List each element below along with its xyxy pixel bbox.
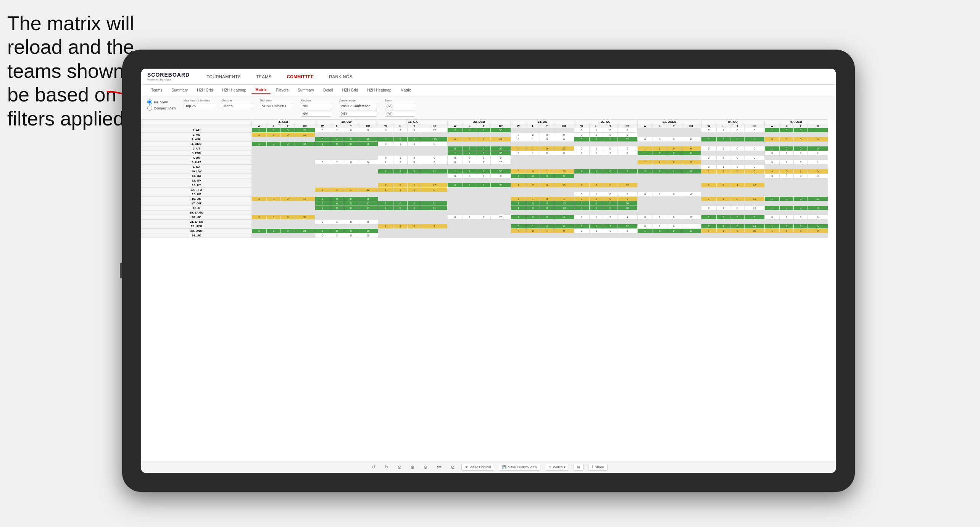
- matrix-cell[interactable]: 0: [745, 128, 765, 133]
- matrix-cell[interactable]: [603, 142, 617, 146]
- matrix-cell[interactable]: [716, 188, 730, 192]
- matrix-cell[interactable]: [794, 201, 808, 206]
- matrix-cell[interactable]: [281, 156, 295, 160]
- matrix-cell[interactable]: [511, 156, 526, 160]
- more-button[interactable]: •••: [434, 464, 444, 471]
- matrix-cell[interactable]: 0: [540, 174, 554, 178]
- matrix-cell[interactable]: 11: [745, 197, 765, 201]
- matrix-cell[interactable]: 1: [716, 229, 730, 233]
- matrix-cell[interactable]: [637, 174, 653, 178]
- matrix-cell[interactable]: 0: [554, 137, 574, 142]
- matrix-cell[interactable]: [794, 210, 808, 215]
- matrix-cell[interactable]: [295, 201, 315, 206]
- matrix-cell[interactable]: [589, 220, 603, 224]
- matrix-cell[interactable]: 2: [330, 233, 344, 238]
- matrix-cell[interactable]: [745, 210, 765, 215]
- matrix-cell[interactable]: 0: [477, 151, 491, 156]
- matrix-cell[interactable]: [448, 133, 463, 137]
- matrix-cell[interactable]: [393, 220, 407, 224]
- matrix-cell[interactable]: 3: [463, 174, 477, 178]
- matrix-cell[interactable]: [667, 233, 681, 238]
- matrix-cell[interactable]: [617, 160, 637, 165]
- matrix-cell[interactable]: 0: [764, 215, 780, 220]
- matrix-cell[interactable]: 1: [251, 128, 267, 133]
- matrix-cell[interactable]: [393, 178, 407, 183]
- matrix-cell[interactable]: [358, 165, 378, 169]
- matrix-cell[interactable]: 2: [526, 183, 540, 188]
- matrix-cell[interactable]: 2: [808, 151, 828, 156]
- matrix-cell[interactable]: 1: [764, 206, 780, 210]
- matrix-cell[interactable]: [251, 165, 267, 169]
- matrix-cell[interactable]: [448, 188, 463, 192]
- matrix-cell[interactable]: 0: [358, 128, 378, 133]
- matrix-cell[interactable]: 0: [281, 128, 295, 133]
- matrix-cell[interactable]: [267, 233, 281, 238]
- matrix-cell[interactable]: [463, 188, 477, 192]
- matrix-cell[interactable]: [378, 151, 393, 156]
- matrix-cell[interactable]: 10: [681, 229, 701, 233]
- matrix-cell[interactable]: [808, 183, 828, 188]
- matrix-cell[interactable]: 0: [653, 229, 667, 233]
- matrix-cell[interactable]: [344, 146, 358, 151]
- matrix-cell[interactable]: 2: [589, 183, 603, 188]
- matrix-cell[interactable]: [344, 133, 358, 137]
- matrix-cell[interactable]: 1: [330, 220, 344, 224]
- matrix-cell[interactable]: [511, 178, 526, 183]
- matrix-cell[interactable]: [463, 197, 477, 201]
- matrix-cell[interactable]: 0: [554, 229, 574, 233]
- matrix-cell[interactable]: 0: [667, 192, 681, 197]
- matrix-cell[interactable]: [295, 188, 315, 192]
- matrix-cell[interactable]: 0: [491, 156, 511, 160]
- matrix-cell[interactable]: 11: [681, 160, 701, 165]
- save-custom-view-button[interactable]: 💾 Save Custom View: [499, 464, 540, 471]
- matrix-cell[interactable]: [681, 201, 701, 206]
- matrix-cell[interactable]: 1: [463, 160, 477, 165]
- matrix-cell[interactable]: 0: [511, 137, 526, 142]
- matrix-cell[interactable]: [344, 165, 358, 169]
- matrix-cell[interactable]: [617, 233, 637, 238]
- matrix-cell[interactable]: [421, 233, 448, 238]
- matrix-cell[interactable]: 0: [407, 224, 421, 229]
- matrix-cell[interactable]: [526, 233, 540, 238]
- matrix-cell[interactable]: 22: [421, 183, 448, 188]
- matrix-cell[interactable]: [463, 201, 477, 206]
- matrix-cell[interactable]: 1: [653, 192, 667, 197]
- matrix-cell[interactable]: [295, 160, 315, 165]
- matrix-cell[interactable]: 0: [393, 206, 407, 210]
- matrix-cell[interactable]: 1: [448, 151, 463, 156]
- matrix-cell[interactable]: [477, 220, 491, 224]
- matrix-cell[interactable]: [716, 160, 730, 165]
- matrix-cell[interactable]: [764, 201, 780, 206]
- matrix-cell[interactable]: [251, 188, 267, 192]
- matrix-cell[interactable]: 0: [745, 146, 765, 151]
- matrix-cell[interactable]: [295, 156, 315, 160]
- matrix-cell[interactable]: 1: [251, 142, 267, 146]
- matrix-cell[interactable]: 0: [421, 188, 448, 192]
- matrix-cell[interactable]: 0: [448, 183, 463, 188]
- matrix-cell[interactable]: [603, 188, 617, 192]
- matrix-cell[interactable]: 0: [315, 128, 330, 133]
- matrix-cell[interactable]: [477, 165, 491, 169]
- matrix-cell[interactable]: 0: [617, 146, 637, 151]
- matrix-cell[interactable]: 1: [526, 137, 540, 142]
- matrix-cell[interactable]: [716, 133, 730, 137]
- matrix-cell[interactable]: [681, 206, 701, 210]
- matrix-cell[interactable]: 0: [808, 146, 828, 151]
- matrix-cell[interactable]: 1: [808, 160, 828, 165]
- matrix-cell[interactable]: [764, 133, 780, 137]
- matrix-cell[interactable]: 0: [407, 201, 421, 206]
- matrix-cell[interactable]: [701, 151, 716, 156]
- matrix-cell[interactable]: 0: [421, 142, 448, 146]
- matrix-cell[interactable]: 1: [574, 197, 589, 201]
- matrix-cell[interactable]: [603, 156, 617, 160]
- matrix-cell[interactable]: [667, 188, 681, 192]
- matrix-cell[interactable]: 1: [407, 183, 421, 188]
- matrix-cell[interactable]: 1: [716, 197, 730, 201]
- matrix-cell[interactable]: 0: [574, 192, 589, 197]
- matrix-cell[interactable]: [315, 156, 330, 160]
- matrix-cell[interactable]: 0: [407, 128, 421, 133]
- matrix-cell[interactable]: [653, 220, 667, 224]
- matrix-cell[interactable]: [491, 133, 511, 137]
- matrix-cell[interactable]: [358, 146, 378, 151]
- matrix-cell[interactable]: [463, 165, 477, 169]
